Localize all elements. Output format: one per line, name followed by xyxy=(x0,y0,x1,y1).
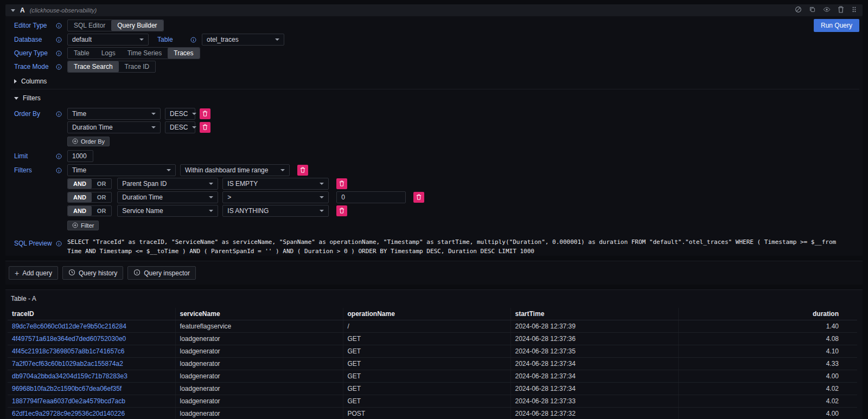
filter-operator-select[interactable]: IS EMPTY xyxy=(222,178,329,190)
remove-filter-button[interactable] xyxy=(336,205,347,216)
trace-id-link[interactable]: 4f497571a618e364ed7ded60752030e0 xyxy=(12,335,126,343)
order-by-direction-select[interactable]: DESC xyxy=(165,108,195,120)
order-by-field-select[interactable]: Duration Time xyxy=(67,121,161,133)
column-header-service-name[interactable]: serviceName xyxy=(175,308,343,320)
query-type-option-table[interactable]: Table xyxy=(68,48,95,59)
remove-order-by-button[interactable] xyxy=(200,108,210,119)
chevron-down-icon xyxy=(14,97,18,100)
column-header-trace-id[interactable]: traceID xyxy=(8,308,175,320)
trace-id-link[interactable]: 62df1ec9a29728c9e29536c20d140226 xyxy=(12,410,125,417)
limit-input[interactable] xyxy=(67,150,93,162)
trace-id-link[interactable]: db9704a2bbda34204d159c71b78283e3 xyxy=(12,372,127,380)
conjunction-and-option[interactable]: AND xyxy=(68,179,92,189)
drag-handle[interactable] xyxy=(851,6,857,15)
start-time-cell: 2024-06-28 12:37:34 xyxy=(510,370,678,383)
add-query-button[interactable]: + Add query xyxy=(9,266,58,280)
filters-section-toggle[interactable]: Filters xyxy=(14,93,859,103)
conjunction-or-option[interactable]: OR xyxy=(92,192,112,202)
trace-id-link[interactable]: 89dc7e8c6060c0d12de7e9b50c216284 xyxy=(12,323,126,330)
conjunction-or-option[interactable]: OR xyxy=(92,179,112,189)
hide-response-button[interactable] xyxy=(823,6,831,15)
columns-section-toggle[interactable]: Columns xyxy=(14,76,859,86)
conjunction-and-option[interactable]: AND xyxy=(68,206,92,216)
section-divider xyxy=(11,89,859,89)
editor-type-option-sql-editor[interactable]: SQL Editor xyxy=(68,20,111,31)
filter-value-input[interactable] xyxy=(336,191,406,203)
order-by-row: Duration Time DESC xyxy=(67,121,210,133)
remove-filter-button[interactable] xyxy=(297,165,308,176)
add-order-by-button[interactable]: Order By xyxy=(67,137,110,146)
duration-cell: 4.00 xyxy=(678,408,857,419)
filter-field-select[interactable]: Parent Span ID xyxy=(117,178,218,190)
query-type-option-traces[interactable]: Traces xyxy=(168,48,199,59)
trace-id-link[interactable]: 7a2f07ecf63c60b1029ab2ac155874a2 xyxy=(12,360,123,368)
table-row: 62df1ec9a29728c9e29536c20d140226 loadgen… xyxy=(8,408,857,419)
order-by-row: Time DESC xyxy=(67,108,210,120)
query-type-option-time-series[interactable]: Time Series xyxy=(122,48,168,59)
filters-section-label: Filters xyxy=(23,94,41,102)
add-filter-button[interactable]: Filter xyxy=(67,221,99,230)
order-by-direction-select[interactable]: DESC xyxy=(165,121,195,133)
remove-filter-button[interactable] xyxy=(336,178,347,189)
trace-mode-option-trace-search[interactable]: Trace Search xyxy=(68,61,119,72)
remove-order-by-button[interactable] xyxy=(200,122,210,133)
info-icon[interactable] xyxy=(190,37,196,43)
results-table: traceID serviceName operationName startT… xyxy=(8,308,857,419)
filter-field-select[interactable]: Duration Time xyxy=(117,191,218,203)
database-select[interactable]: default xyxy=(67,34,149,46)
trace-id-link[interactable]: 96968b10fa2b2c1590bc67dea06ef35f xyxy=(12,385,122,392)
service-name-cell: loadgenerator xyxy=(175,408,343,419)
duplicate-query-button[interactable] xyxy=(809,6,816,15)
order-by-label-box: Order By xyxy=(14,108,62,120)
order-by-field-select[interactable]: Time xyxy=(67,108,161,120)
order-by-direction-value: DESC xyxy=(170,110,188,118)
query-type-radio-group: Table Logs Time Series Traces xyxy=(67,47,200,59)
info-circle-icon xyxy=(133,269,141,278)
conjunction-and-option[interactable]: AND xyxy=(68,192,92,202)
editor-type-option-query-builder[interactable]: Query Builder xyxy=(111,20,163,31)
info-icon[interactable] xyxy=(56,23,62,29)
column-header-operation-name[interactable]: operationName xyxy=(343,308,510,320)
trace-mode-option-trace-id[interactable]: Trace ID xyxy=(119,61,156,72)
info-icon[interactable] xyxy=(56,111,62,117)
start-time-cell: 2024-06-28 12:37:34 xyxy=(510,358,678,370)
table-row: 4f497571a618e364ed7ded60752030e0 loadgen… xyxy=(8,333,857,345)
info-icon[interactable] xyxy=(56,167,62,173)
trace-id-link[interactable]: 4f45c21918c73698057a8b1c741657c6 xyxy=(12,347,125,355)
panel-title[interactable]: Table - A xyxy=(8,294,36,308)
filter-field-select[interactable]: Service Name xyxy=(117,205,218,217)
trace-id-link[interactable]: 1887794f7eaa6037d0e2a4579bcd7acb xyxy=(12,397,125,405)
trash-icon xyxy=(339,180,344,188)
eye-icon xyxy=(823,6,831,15)
info-icon[interactable] xyxy=(56,37,62,43)
remove-filter-button[interactable] xyxy=(413,192,424,203)
filter-field-value: Time xyxy=(72,166,86,174)
table-select[interactable]: otel_traces xyxy=(202,34,284,46)
info-icon[interactable] xyxy=(56,64,62,70)
info-icon[interactable] xyxy=(56,153,62,159)
filter-operator-select[interactable]: IS ANYTHING xyxy=(222,205,329,217)
editor-type-label: Editor Type xyxy=(14,22,47,29)
grip-dots-icon xyxy=(851,6,857,15)
run-query-button[interactable]: Run Query xyxy=(814,19,859,32)
filter-field-select[interactable]: Time xyxy=(67,164,176,176)
query-inspector-button[interactable]: Query inspector xyxy=(127,266,196,280)
order-by-direction-value: DESC xyxy=(170,124,188,131)
conjunction-or-option[interactable]: OR xyxy=(92,206,112,216)
query-history-button[interactable]: Query history xyxy=(62,266,123,280)
collapse-query-chevron-icon[interactable] xyxy=(11,9,15,12)
results-table-body: 89dc7e8c6060c0d12de7e9b50c216284 feature… xyxy=(8,320,857,419)
remove-query-button[interactable] xyxy=(838,6,844,15)
order-by-field-value: Time xyxy=(72,110,86,118)
info-icon[interactable] xyxy=(56,241,62,247)
trace-id-cell: 96968b10fa2b2c1590bc67dea06ef35f xyxy=(8,383,175,395)
info-icon[interactable] xyxy=(56,50,62,56)
trace-mode-label: Trace Mode xyxy=(14,63,49,70)
column-header-duration[interactable]: duration xyxy=(678,308,857,320)
start-time-cell: 2024-06-28 12:37:35 xyxy=(510,345,678,358)
filter-operator-select[interactable]: Within dashboard time range xyxy=(180,164,290,176)
query-type-option-logs[interactable]: Logs xyxy=(95,48,122,59)
filter-operator-select[interactable]: > xyxy=(222,191,329,203)
column-header-start-time[interactable]: startTime xyxy=(510,308,678,320)
disable-query-button[interactable] xyxy=(795,6,802,15)
